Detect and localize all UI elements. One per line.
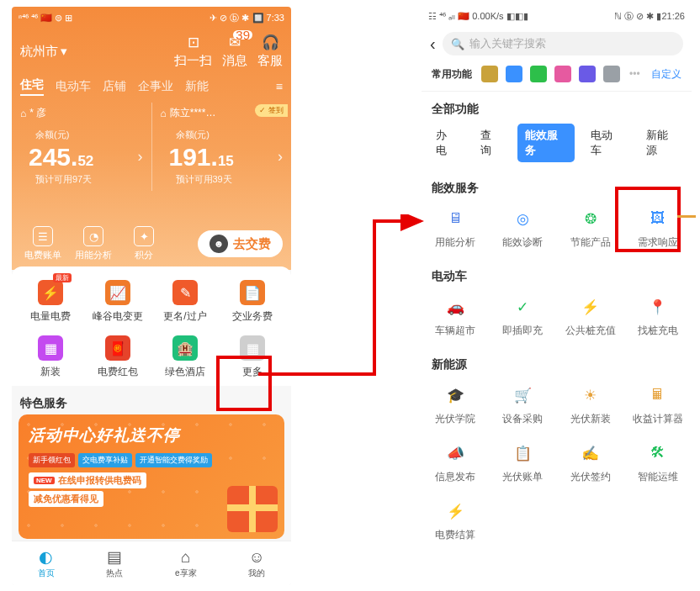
tab-查询[interactable]: 查询 (473, 124, 509, 162)
status-right-b: ℕ ⓑ ⊘ ✱ ▮21:26 (614, 10, 685, 23)
item-公共桩充值[interactable]: ⚡ 公共桩充值 (557, 294, 624, 337)
menu-icon[interactable]: ≡ (276, 80, 283, 93)
item-光伏签约[interactable]: ✍ 光伏签约 (557, 441, 624, 483)
tab-办电[interactable]: 办电 (428, 124, 464, 162)
service-峰谷电变更[interactable]: 📈 峰谷电变更 (84, 280, 151, 324)
back-icon[interactable]: ‹ (430, 34, 436, 54)
item-智能运维[interactable]: 🛠 智能运维 (624, 441, 692, 483)
item-即插即充[interactable]: ✓ 即插即充 (489, 294, 556, 337)
fav-icon-4[interactable] (579, 66, 596, 82)
item-label: 节能产品 (557, 236, 624, 249)
category-tabs-b: 办电查询能效服务电动车新能源 (422, 124, 692, 171)
chevron-right-icon: › (278, 148, 283, 166)
item-用能分析[interactable]: 🖥 用能分析 (422, 206, 489, 249)
top-gradient: ⁿ⁴⁶ ⁴⁶ 🇨🇳 ⊜ ⊞ ✈ ⊘ ⓑ ✱ 🔲 7:33 杭州市 ▾ ⊡ 扫一扫… (12, 7, 291, 270)
item-设备采购[interactable]: 🛒 设备采购 (489, 383, 556, 425)
checkin-badge[interactable]: ✓ 签到 (255, 104, 288, 117)
category-tabs: 住宅电动车店铺企事业新能≡ (12, 72, 291, 103)
item-节能产品[interactable]: ❂ 节能产品 (557, 206, 624, 249)
search-icon: 🔍 (451, 38, 464, 50)
service-交业务费[interactable]: 📄 交业务费 (219, 280, 286, 324)
service-电费红包[interactable]: 🧧 电费红包 (84, 335, 151, 379)
service-电量电费[interactable]: ⚡最新 电量电费 (17, 280, 84, 324)
service-label: 峰谷电变更 (84, 309, 151, 324)
item-收益计算器[interactable]: 🖩 收益计算器 (624, 383, 692, 425)
公共桩充值-icon: ⚡ (578, 294, 603, 319)
tab-新能源[interactable]: 新能源 (639, 124, 686, 162)
search-input[interactable]: 🔍 输入关键字搜索 (443, 32, 683, 55)
我的-icon: ☺ (248, 548, 264, 567)
item-label: 即插即充 (489, 325, 556, 337)
tab-新能[interactable]: 新能 (185, 79, 209, 94)
service-label: 电量电费 (17, 309, 84, 324)
balance-card-1[interactable]: ⌂陈立****…✓ 签到 余额(元) 191.15› 预计可用39天 (159, 103, 285, 191)
能效诊断-icon: ◎ (510, 206, 535, 231)
action-电费账单[interactable]: ☰ 电费账单 (20, 226, 66, 261)
status-bar: ⁿ⁴⁶ ⁴⁶ 🇨🇳 ⊜ ⊞ ✈ ⊘ ⓑ ✱ 🔲 7:33 (12, 8, 291, 27)
favorites-label: 常用功能 (432, 67, 472, 82)
item-车辆超市[interactable]: 🚗 车辆超市 (422, 294, 489, 337)
new-badge: 最新 (53, 273, 72, 282)
item-能效诊断[interactable]: ◎ 能效诊断 (489, 206, 556, 249)
item-光伏学院[interactable]: 🎓 光伏学院 (422, 383, 489, 425)
service-绿色酒店[interactable]: 🏨 绿色酒店 (151, 335, 219, 379)
service-更名/过户[interactable]: ✎ 更名/过户 (151, 280, 219, 324)
item-label: 找桩充电 (624, 325, 692, 337)
header-icon-扫一扫[interactable]: ⊡ 扫一扫 (174, 34, 212, 69)
pay-button[interactable]: ☻ 去交费 (198, 230, 283, 257)
即插即充-icon: ✓ (510, 294, 535, 319)
fav-icon-0[interactable] (481, 66, 498, 82)
phone-b: ☷ ⁴⁶ ₐₗₗ 🇨🇳 0.00K/s ◧◧▮ ℕ ⓑ ⊘ ✱ ▮21:26 ‹… (422, 7, 692, 585)
tab-店铺[interactable]: 店铺 (103, 79, 126, 94)
电量电费-icon: ⚡最新 (38, 280, 63, 305)
tab-电动车[interactable]: 电动车 (56, 79, 91, 94)
fav-icon-5[interactable] (603, 66, 620, 82)
用能分析-icon: ◔ (83, 226, 103, 246)
balance-label: 余额(元) (176, 129, 284, 141)
days-remaining: 预计可用97天 (35, 173, 143, 186)
fav-icon-2[interactable] (530, 66, 547, 82)
service-label: 更名/过户 (151, 309, 219, 324)
智能运维-icon: 🛠 (645, 441, 671, 466)
tab-电动车[interactable]: 电动车 (583, 124, 630, 162)
fav-icon-1[interactable] (506, 66, 522, 82)
header-icon-消息[interactable]: ✉ 39 消息 (222, 34, 247, 69)
service-新装[interactable]: ▦ 新装 (17, 335, 84, 379)
nav-我的[interactable]: ☺ 我的 (248, 548, 265, 579)
tab-企事业[interactable]: 企事业 (138, 79, 173, 94)
fav-icon-3[interactable] (554, 66, 571, 82)
balance-card-0[interactable]: ⌂* 彦 余额(元) 245.52› 预计可用97天 (19, 103, 145, 191)
quick-actions: ☰ 电费账单 ◔ 用能分析 ✦ 积分 ☻ 去交费 (12, 226, 291, 270)
item-光伏账单[interactable]: 📋 光伏账单 (489, 441, 556, 483)
nav-首页[interactable]: ◐ 首页 (38, 547, 55, 579)
峰谷电变更-icon: 📈 (105, 280, 130, 305)
balance-int: 245. (29, 143, 77, 171)
item-label: 用能分析 (422, 236, 489, 249)
customize-link[interactable]: 自定义 (651, 67, 681, 82)
item-label: 车辆超市 (422, 325, 489, 337)
item-电费结算[interactable]: ⚡ 电费结算 (422, 499, 489, 541)
promo-banner[interactable]: 活动中心好礼送不停 新手领红包交电费享补贴开通智能交费得奖励 NEW 在线申报转… (19, 414, 284, 539)
item-label: 公共桩充值 (557, 325, 624, 337)
balance-cards: ⌂* 彦 余额(元) 245.52› 预计可用97天 ⌂陈立****…✓ 签到 … (12, 103, 291, 191)
item-找桩充电[interactable]: 📍 找桩充电 (624, 294, 692, 337)
ellipsis-icon: ••• (629, 68, 640, 80)
bottom-nav: ◐ 首页 ▤ 热点 ⌂ e享家 ☺ 我的 (12, 541, 291, 585)
icon-label: 扫一扫 (174, 53, 212, 69)
highlight-box-demand (615, 187, 681, 252)
header-icon-客服[interactable]: 🎧 客服 (257, 34, 283, 69)
item-光伏新装[interactable]: ☀ 光伏新装 (557, 383, 624, 425)
action-用能分析[interactable]: ◔ 用能分析 (71, 226, 116, 261)
badge: 39 (233, 30, 252, 40)
banner-title: 活动中心好礼送不停 (29, 425, 274, 446)
电费账单-icon: ☰ (33, 226, 53, 246)
status-left: ⁿ⁴⁶ ⁴⁶ 🇨🇳 ⊜ ⊞ (19, 13, 72, 24)
nav-e享家[interactable]: ⌂ e享家 (175, 548, 197, 579)
city-selector[interactable]: 杭州市 ▾ ⊡ 扫一扫 ✉ 39 消息 🎧 客服 (12, 27, 291, 72)
nav-label: 我的 (248, 567, 265, 579)
nav-热点[interactable]: ▤ 热点 (106, 547, 123, 579)
tab-能效服务[interactable]: 能效服务 (517, 124, 575, 162)
action-积分[interactable]: ✦ 积分 (121, 226, 167, 261)
item-信息发布[interactable]: 📣 信息发布 (422, 441, 489, 483)
tab-住宅[interactable]: 住宅 (20, 77, 44, 96)
